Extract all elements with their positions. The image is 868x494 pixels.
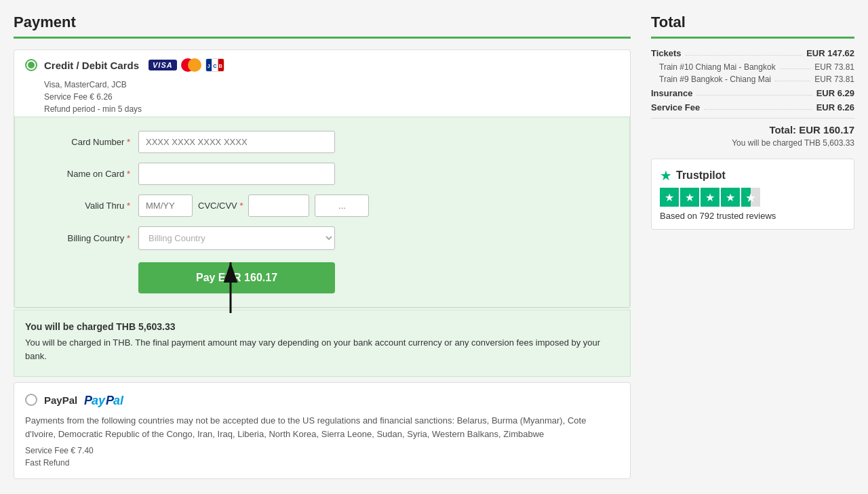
charge-notice-box: You will be charged THB 5,603.33 You wil… (14, 310, 631, 377)
tickets-dotted-line (686, 45, 803, 56)
card-number-input[interactable] (138, 131, 335, 153)
trustpilot-stars: ★ ★ ★ ★ ★ (660, 188, 846, 207)
mmyy-input[interactable] (138, 194, 193, 217)
payment-title: Payment (14, 14, 631, 39)
visa-icon: VISA (149, 60, 177, 70)
insurance-row: Insurance EUR 6.29 (651, 88, 854, 98)
paypal-logo: P ay P al (84, 391, 145, 409)
pay-button[interactable]: Pay EUR 160.17 (138, 262, 335, 293)
svg-text:★: ★ (745, 191, 756, 205)
trustpilot-box: ★ Trustpilot ★ ★ ★ ★ ★ Based on 792 trus… (651, 159, 854, 230)
service-fee-label: Service Fee (651, 102, 700, 112)
credit-card-service-fee: Service Fee € 6.26 (14, 92, 630, 104)
paypal-restrictions-text: Payments from the following countries ma… (25, 414, 619, 440)
star-1: ★ (660, 188, 679, 207)
trustpilot-header: ★ Trustpilot (660, 167, 846, 184)
billing-country-select[interactable]: Billing Country (138, 226, 335, 250)
svg-text:C: C (213, 63, 217, 69)
insurance-dotted (696, 85, 812, 96)
name-on-card-label: Name on Card * (35, 169, 130, 179)
tickets-label: Tickets (651, 48, 682, 58)
billing-country-label: Billing Country * (35, 233, 130, 243)
train9-dotted (775, 72, 810, 81)
train10-label: Train #10 Chiang Mai - Bangkok (659, 62, 776, 72)
grand-total-row: Total: EUR 160.17 (651, 124, 854, 136)
service-fee-row: Service Fee EUR 6.26 (651, 102, 854, 112)
credit-card-subtitle: Visa, MasterCard, JCB (14, 80, 630, 92)
paypal-option[interactable]: PayPal P ay P al Payments from the follo… (14, 382, 631, 479)
thb-notice: You will be charged THB 5,603.33 (651, 138, 854, 148)
star-2: ★ (680, 188, 699, 207)
charge-notice-title: You will be charged THB 5,603.33 (25, 321, 619, 332)
trustpilot-star-icon: ★ (660, 167, 672, 184)
charge-notice-text: You will be charged in THB. The final pa… (25, 336, 619, 363)
card-icons: VISA J C B (149, 58, 224, 72)
paypal-service-fee: Service Fee € 7.40 (25, 446, 619, 458)
trustpilot-reviews: Based on 792 trusted reviews (660, 211, 846, 221)
trustpilot-name: Trustpilot (676, 169, 726, 182)
insurance-value: EUR 6.29 (816, 88, 854, 98)
cvc-info-input[interactable] (315, 194, 369, 217)
credit-card-radio[interactable] (25, 59, 37, 71)
train9-row: Train #9 Bangkok - Chiang Mai EUR 73.81 (651, 75, 854, 84)
train10-dotted (780, 60, 811, 69)
credit-card-option[interactable]: Credit / Debit Cards VISA J C (14, 49, 631, 308)
grand-total-text: Total: EUR 160.17 (769, 124, 854, 136)
svg-text:al: al (113, 394, 124, 407)
tickets-row: Tickets EUR 147.62 (651, 48, 854, 58)
credit-card-refund: Refund period - min 5 days (14, 104, 630, 117)
svg-text:J: J (208, 63, 210, 69)
star-5-half: ★ (741, 188, 760, 207)
paypal-refund-type: Fast Refund (25, 458, 619, 470)
credit-card-label: Credit / Debit Cards (44, 60, 139, 71)
train9-label: Train #9 Bangkok - Chiang Mai (659, 75, 771, 84)
total-divider (651, 118, 854, 119)
train10-value: EUR 73.81 (814, 62, 854, 72)
train9-value: EUR 73.81 (814, 75, 854, 84)
name-on-card-row: Name on Card * (35, 163, 609, 185)
card-number-row: Card Number * (35, 131, 609, 153)
credit-card-form: Card Number * Name on Card * Valid Thru … (14, 117, 630, 308)
valid-thru-row: Valid Thru * CVC/CVV * (35, 194, 609, 217)
paypal-header: PayPal P ay P al (25, 391, 619, 409)
svg-text:ay: ay (92, 394, 106, 407)
insurance-label: Insurance (651, 88, 692, 98)
valid-thru-label: Valid Thru * (35, 201, 130, 211)
billing-country-row: Billing Country * Billing Country (35, 226, 609, 250)
card-number-label: Card Number * (35, 137, 130, 147)
svg-text:B: B (218, 63, 222, 69)
total-title: Total (651, 14, 854, 39)
tickets-value: EUR 147.62 (806, 48, 854, 58)
mastercard-icon (181, 58, 201, 72)
name-on-card-input[interactable] (138, 163, 335, 185)
service-fee-dotted (704, 100, 812, 110)
paypal-label: PayPal (44, 394, 77, 406)
star-3: ★ (701, 188, 719, 207)
charge-notice-section: You will be charged THB 5,603.33 You wil… (14, 310, 631, 377)
star-4: ★ (721, 188, 740, 207)
paypal-radio[interactable] (25, 394, 37, 406)
valid-thru-inputs: CVC/CVV * (138, 194, 369, 217)
train10-row: Train #10 Chiang Mai - Bangkok EUR 73.81 (651, 62, 854, 72)
cvc-input[interactable] (248, 194, 309, 217)
jcb-icon: J C B (205, 58, 224, 72)
service-fee-value: EUR 6.26 (816, 102, 854, 112)
cvc-label: CVC/CVV * (198, 201, 243, 211)
